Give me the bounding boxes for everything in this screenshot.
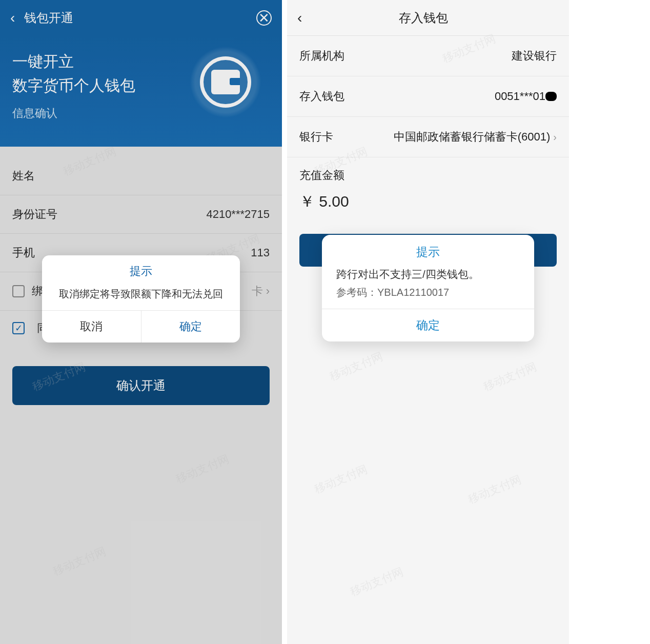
watermark: 移动支付网 xyxy=(312,461,370,497)
watermark: 移动支付网 xyxy=(327,349,385,384)
alert-dialog-left: 提示 取消绑定将导致限额下降和无法兑回 取消 确定 xyxy=(42,255,240,343)
org-label: 所属机构 xyxy=(299,48,344,64)
ok-button[interactable]: 确定 xyxy=(322,309,534,341)
ref-label: 参考码： xyxy=(336,287,377,298)
card-value-text: 中国邮政储蓄银行储蓄卡(6001) xyxy=(394,129,551,145)
chevron-right-icon: › xyxy=(553,131,557,143)
card-label: 银行卡 xyxy=(299,129,333,145)
watermark: 移动支付网 xyxy=(481,359,539,394)
wallet-value: 0051***01 xyxy=(495,90,557,103)
dialog-message: 取消绑定将导致限额下降和无法兑回 xyxy=(42,284,240,310)
dialog-reference: 参考码：YBLA12110017 xyxy=(322,286,534,309)
org-row: 所属机构 建设银行 xyxy=(287,36,569,76)
card-row[interactable]: 银行卡 中国邮政储蓄银行储蓄卡(6001) › xyxy=(287,117,569,157)
org-value: 建设银行 xyxy=(512,48,557,64)
watermark: 移动支付网 xyxy=(348,564,405,599)
dialog-message: 跨行对出不支持三/四类钱包。 xyxy=(322,266,534,286)
dialog-title: 提示 xyxy=(322,235,534,266)
redaction-mark xyxy=(545,92,557,101)
dialog-buttons: 取消 确定 xyxy=(42,310,240,343)
wallet-row: 存入钱包 0051***01 xyxy=(287,76,569,117)
header-title: 存入钱包 xyxy=(288,10,559,26)
dialog-title: 提示 xyxy=(42,255,240,284)
card-value: 中国邮政储蓄银行储蓄卡(6001) › xyxy=(394,129,557,145)
amount-value: ￥ 5.00 xyxy=(287,187,569,228)
alert-dialog-right: 提示 跨行对出不支持三/四类钱包。 参考码：YBLA12110017 确定 xyxy=(322,235,534,341)
screen-deposit-wallet: 移动支付网 移动支付网 移动支付网 移动支付网 移动支付网 移动支付网 移动支付… xyxy=(287,0,569,644)
screen-wallet-open: 移动支付网 移动支付网 移动支付网 移动支付网 移动支付网 ‹ 钱包开通 ✕ 一… xyxy=(0,0,282,644)
ref-code: YBLA12110017 xyxy=(377,287,449,298)
watermark: 移动支付网 xyxy=(465,472,523,507)
wallet-value-text: 0051***01 xyxy=(495,90,545,103)
right-header-bar: ‹ 存入钱包 xyxy=(287,0,569,36)
amount-label: 充值金额 xyxy=(287,157,569,187)
cancel-button[interactable]: 取消 xyxy=(42,311,141,343)
wallet-label: 存入钱包 xyxy=(299,89,344,104)
ok-button[interactable]: 确定 xyxy=(141,311,240,343)
